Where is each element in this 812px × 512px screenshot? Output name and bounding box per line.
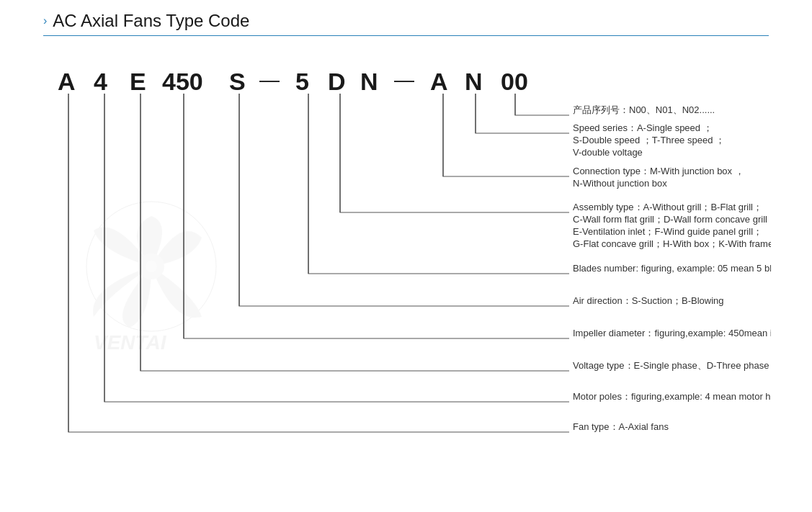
code-N1: N: [360, 68, 378, 95]
label-product-series: 产品序列号：N00、N01、N02......: [573, 104, 715, 115]
code-dash2: —: [394, 68, 414, 91]
label-assembly-1: Assembly type：A-Without grill；B-Flat gri…: [573, 202, 762, 212]
label-voltage: Voltage type：E-Single phase、D-Three phas…: [573, 360, 769, 371]
label-impeller: Impeller diameter：figuring,example: 450m…: [573, 328, 771, 338]
code-450: 450: [162, 68, 203, 95]
chevron-icon: ›: [43, 14, 47, 27]
label-speed-series-2: S-Double speed ；T-Three speed ；: [573, 135, 725, 145]
label-assembly-4: G-Flat concave grill；H-With box；K-With f…: [573, 238, 771, 249]
type-code-diagram: VENTAI A 4 E 450 S — 5 D N — A N 00: [43, 50, 771, 511]
code-00: 00: [501, 68, 528, 95]
header: › AC Axial Fans Type Code: [43, 11, 769, 31]
label-air-direction: Air direction：S-Suction；B-Blowing: [573, 295, 724, 306]
svg-point-2: [146, 261, 157, 272]
code-D: D: [328, 68, 346, 95]
code-4: 4: [94, 68, 107, 95]
label-motor-poles: Motor poles：figuring,example: 4 mean mot…: [573, 391, 771, 402]
label-speed-series-1: Speed series：A-Single speed ；: [573, 122, 713, 133]
label-connection-1: Connection type：M-With junction box ，: [573, 166, 744, 176]
label-assembly-2: C-Wall form flat grill；D-Wall form conca…: [573, 214, 771, 225]
code-S: S: [229, 68, 246, 95]
label-blades: Blades number: figuring, example: 05 mea…: [573, 263, 771, 274]
page-container: › AC Axial Fans Type Code VENTAI A 4 E 4…: [0, 0, 812, 512]
page-title: AC Axial Fans Type Code: [53, 11, 249, 31]
code-dash1: —: [259, 68, 280, 91]
code-A: A: [58, 68, 76, 95]
label-assembly-3: E-Ventilation inlet；F-Wind guide panel g…: [573, 226, 762, 237]
code-A2: A: [430, 68, 448, 95]
label-speed-series-3: V-double voltage: [573, 147, 643, 158]
code-5: 5: [295, 68, 309, 95]
code-E: E: [130, 68, 146, 95]
header-divider: [43, 35, 769, 36]
label-fan-type: Fan type：A-Axial fans: [573, 421, 669, 432]
code-N2: N: [465, 68, 483, 95]
label-connection-2: N-Without junction box: [573, 178, 667, 189]
